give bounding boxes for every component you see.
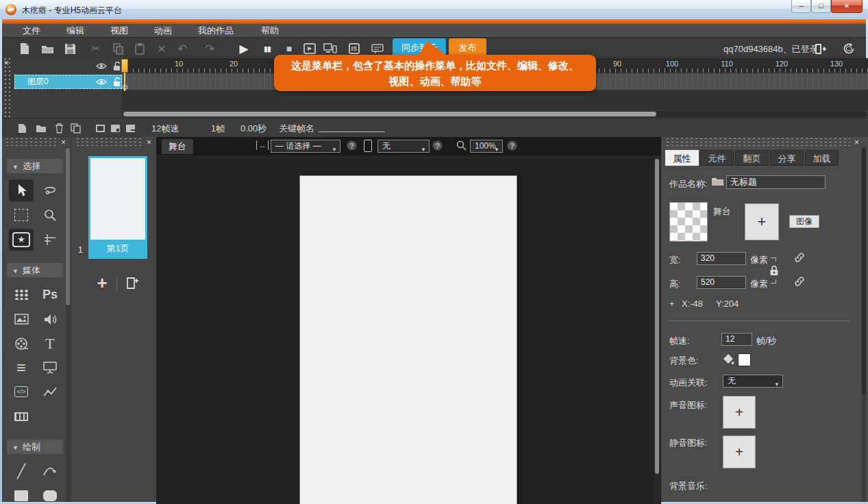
anim-link-select[interactable]: 无▼ (723, 375, 783, 388)
device-help-button[interactable]: ? (432, 140, 443, 151)
keyframe-name-input[interactable] (319, 131, 385, 132)
add-stage-image-button[interactable]: + (745, 203, 779, 240)
menu-view[interactable]: 视图 (110, 25, 128, 37)
properties-close-button[interactable]: × (854, 138, 859, 147)
clear-keyframe-button[interactable] (124, 122, 136, 134)
tool-code[interactable]: </> (9, 381, 34, 403)
image-button[interactable]: 图像 (789, 215, 819, 228)
section-draw[interactable]: ▼绘制 (7, 440, 63, 454)
pages-drag-handle[interactable] (74, 138, 144, 147)
height-link-icon[interactable] (794, 276, 805, 287)
tool-transform[interactable] (9, 204, 34, 226)
tool-rounded-rectangle[interactable] (38, 485, 62, 504)
tab-share[interactable]: 分享 (770, 150, 804, 166)
menu-edit[interactable]: 编辑 (66, 25, 84, 37)
width-link-icon[interactable] (794, 252, 805, 263)
tool-photoshop[interactable]: Ps (38, 284, 62, 305)
stop-button[interactable]: ■ (282, 41, 297, 56)
tool-cursor[interactable] (9, 179, 34, 201)
page-thumbnail[interactable]: 第1页 (88, 156, 147, 259)
playhead-marker[interactable] (121, 59, 128, 73)
insert-frame-button[interactable] (94, 122, 106, 134)
preset-size-select[interactable]: — 请选择 —▼ (271, 140, 340, 153)
timeline-close-button[interactable]: × (4, 59, 9, 67)
play-button[interactable]: ▶ (236, 41, 251, 56)
tool-audio[interactable] (38, 308, 62, 330)
tool-rectangle[interactable] (9, 485, 34, 504)
stage-bg-preview[interactable] (669, 202, 708, 242)
menu-file[interactable]: 文件 (23, 25, 40, 37)
add-mute-icon-button[interactable]: + (723, 436, 756, 468)
stage-area[interactable]: 舞台 ↔ — 请选择 —▼ ? 无▼ ? 100%▼ ? (156, 137, 661, 504)
stage-vscrollbar[interactable] (654, 155, 660, 504)
devices-preview-button[interactable] (323, 41, 338, 56)
layers-visibility-icon[interactable] (96, 62, 107, 70)
menu-my-works[interactable]: 我的作品 (198, 25, 234, 37)
tool-zoom[interactable] (38, 204, 62, 226)
tool-video[interactable] (9, 333, 34, 355)
tools-scrollbar[interactable] (66, 147, 70, 502)
delete-button[interactable]: ✕ (154, 41, 169, 56)
add-page-button[interactable]: + (92, 273, 112, 293)
layer-folder-button[interactable] (35, 122, 47, 134)
tool-guides[interactable] (38, 229, 62, 251)
open-file-button[interactable] (40, 41, 55, 56)
tools-close-button[interactable]: × (61, 138, 66, 147)
ratio-lock-icon[interactable] (769, 265, 779, 276)
redo-button[interactable]: ↷ (202, 41, 217, 56)
insert-keyframe-button[interactable] (109, 122, 121, 134)
fit-width-icon[interactable]: ↔ (256, 140, 269, 150)
device-select[interactable]: 无▼ (377, 140, 430, 153)
logout-button[interactable] (813, 41, 828, 56)
tool-image[interactable] (9, 308, 34, 330)
tool-symbol[interactable]: ★ (9, 229, 34, 251)
timeline-hscrollbar[interactable] (122, 111, 867, 117)
paste-button[interactable] (132, 41, 147, 56)
new-file-button[interactable] (17, 41, 32, 56)
properties-scrollbar[interactable] (862, 147, 866, 502)
paint-bucket-icon[interactable] (723, 353, 735, 365)
tool-media-library[interactable] (9, 284, 34, 305)
undo-button[interactable]: ↶ (175, 41, 190, 56)
section-media[interactable]: ▼媒体 (7, 263, 63, 277)
timeline-hscroll-thumb[interactable] (123, 112, 656, 116)
properties-drag-handle[interactable] (664, 138, 850, 147)
tool-lasso[interactable] (38, 179, 62, 201)
tab-loading[interactable]: 加载 (805, 150, 839, 166)
menu-animation[interactable]: 动画 (154, 25, 172, 37)
preview-button[interactable]: ▶ (302, 41, 317, 56)
work-folder-icon[interactable] (711, 176, 724, 186)
minimize-button[interactable]: – (791, 0, 811, 13)
delete-layer-button[interactable] (53, 122, 65, 134)
layer-visibility-icon[interactable] (96, 78, 107, 86)
tab-properties[interactable]: 属性 (665, 150, 699, 166)
tools-drag-handle[interactable] (3, 138, 60, 147)
width-input[interactable]: 320 (697, 252, 746, 265)
pause-button[interactable]: ▮▮ (260, 41, 275, 56)
work-name-input[interactable]: 无标题 (726, 175, 826, 189)
tool-line[interactable]: ╱ (9, 460, 34, 482)
preset-help-button[interactable]: ? (347, 140, 357, 151)
interactive-settings-button[interactable]: IS (347, 41, 362, 56)
tool-filmstrip[interactable] (9, 405, 34, 427)
tools-scroll-thumb[interactable] (66, 148, 70, 305)
tool-text[interactable]: T (38, 333, 62, 355)
tool-paragraph[interactable]: ≡ (9, 357, 34, 379)
pages-close-button[interactable]: × (147, 138, 151, 147)
copy-button[interactable] (110, 41, 125, 56)
zoom-help-button[interactable]: ? (507, 140, 517, 151)
tool-curve[interactable] (38, 460, 62, 482)
tab-page-flip[interactable]: 翻页 (735, 150, 769, 166)
maximize-button[interactable]: □ (811, 0, 831, 13)
duplicate-layer-button[interactable] (69, 122, 82, 134)
new-layer-button[interactable] (16, 122, 28, 134)
cut-button[interactable]: ✂ (88, 41, 103, 56)
title-bar[interactable]: 木疙瘩 - 专业H5动画云平台 – □ × (0, 0, 868, 20)
tool-chart[interactable] (38, 381, 62, 403)
stage-canvas[interactable] (299, 175, 517, 504)
zoom-select[interactable]: 100%▼ (470, 140, 503, 153)
tool-presentation[interactable] (38, 357, 62, 379)
close-button[interactable]: × (831, 0, 863, 13)
tab-symbols[interactable]: 元件 (700, 150, 734, 166)
keyframe-dot[interactable] (123, 85, 127, 90)
